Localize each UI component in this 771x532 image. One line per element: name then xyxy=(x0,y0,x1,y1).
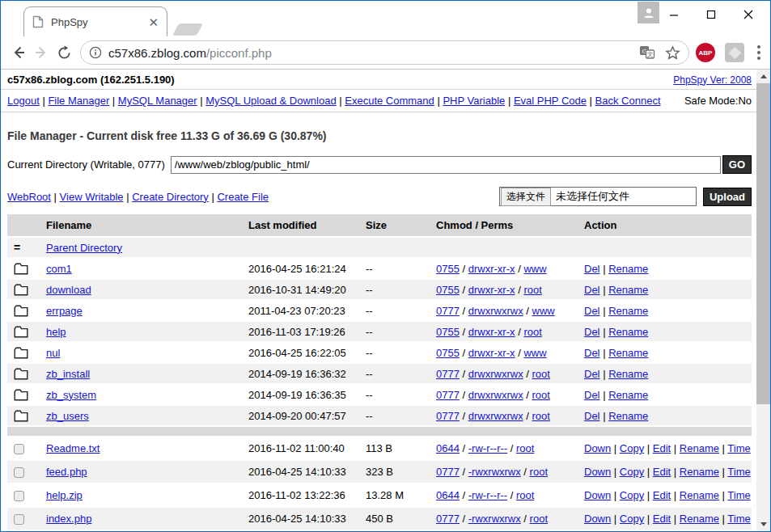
action-link-del[interactable]: Del xyxy=(584,368,600,380)
action-link-copy[interactable]: Copy xyxy=(620,466,644,478)
owner-link[interactable]: root xyxy=(516,442,534,454)
perms-link[interactable]: drwxrwxrwx xyxy=(468,368,523,380)
scroll-up-icon[interactable] xyxy=(756,70,770,83)
chmod-link[interactable]: 0777 xyxy=(436,305,460,317)
action-link-time[interactable]: Time xyxy=(727,442,750,454)
tool-link-create-directory[interactable]: Create Directory xyxy=(132,191,209,203)
perms-link[interactable]: drwxrwxrwx xyxy=(468,389,523,401)
action-link-rename[interactable]: Rename xyxy=(608,410,648,422)
adblock-plus-icon[interactable]: ABP xyxy=(696,43,715,62)
owner-link[interactable]: root xyxy=(516,489,534,501)
action-link-edit[interactable]: Edit xyxy=(653,466,671,478)
directory-link[interactable]: zb_system xyxy=(46,389,96,401)
nav-link-eval-php-code[interactable]: Eval PHP Code xyxy=(514,95,587,107)
nav-link-mysql-upload-download[interactable]: MySQL Upload & Download xyxy=(205,95,336,107)
info-icon[interactable] xyxy=(89,46,102,59)
action-link-copy[interactable]: Copy xyxy=(620,489,644,501)
action-link-rename[interactable]: Rename xyxy=(608,305,648,317)
tool-link-view-writable[interactable]: View Writable xyxy=(60,191,124,203)
owner-link[interactable]: www xyxy=(523,347,546,359)
url-text[interactable]: c57x86.zblog.com/picconf.php xyxy=(108,46,639,60)
chmod-link[interactable]: 0644 xyxy=(436,442,460,454)
maximize-button[interactable] xyxy=(693,1,730,28)
file-link[interactable]: help.zip xyxy=(46,489,83,501)
perms-link[interactable]: drwxrwxrwx xyxy=(468,410,523,422)
file-checkbox[interactable] xyxy=(14,467,24,478)
file-link[interactable]: index.php xyxy=(46,513,91,525)
chmod-link[interactable]: 0777 xyxy=(436,368,460,380)
tool-link-create-file[interactable]: Create File xyxy=(217,191,269,203)
nav-link-logout[interactable]: Logout xyxy=(7,95,40,107)
file-link[interactable]: feed.php xyxy=(46,466,87,478)
nav-link-mysql-manager[interactable]: MySQL Manager xyxy=(118,95,197,107)
translate-icon[interactable]: G 文 xyxy=(639,45,655,60)
directory-link[interactable]: nul xyxy=(46,347,60,359)
action-link-edit[interactable]: Edit xyxy=(653,489,671,501)
browser-tab[interactable]: PhpSpy ✕ xyxy=(23,6,167,36)
current-directory-input[interactable] xyxy=(171,156,721,174)
chmod-link[interactable]: 0644 xyxy=(436,489,460,501)
chmod-link[interactable]: 0755 xyxy=(436,284,460,296)
action-link-rename[interactable]: Rename xyxy=(608,284,648,296)
perms-link[interactable]: drwxr-xr-x xyxy=(468,263,515,275)
chmod-link[interactable]: 0777 xyxy=(436,513,460,525)
directory-link[interactable]: download xyxy=(46,284,91,296)
chmod-link[interactable]: 0755 xyxy=(436,347,460,359)
perms-link[interactable]: drwxrwxrwx xyxy=(468,305,523,317)
nav-link-file-manager[interactable]: File Manager xyxy=(48,95,109,107)
tab-close-icon[interactable]: ✕ xyxy=(148,16,159,28)
address-bar[interactable]: c57x86.zblog.com/picconf.php G 文 xyxy=(80,40,689,65)
action-link-del[interactable]: Del xyxy=(584,389,600,401)
action-link-del[interactable]: Del xyxy=(584,326,600,338)
go-button[interactable]: GO xyxy=(722,155,752,174)
owner-link[interactable]: root xyxy=(532,389,550,401)
action-link-del[interactable]: Del xyxy=(584,347,600,359)
action-link-del[interactable]: Del xyxy=(584,305,600,317)
directory-link[interactable]: com1 xyxy=(46,263,72,275)
action-link-del[interactable]: Del xyxy=(584,410,600,422)
action-link-rename[interactable]: Rename xyxy=(608,368,648,380)
close-button[interactable] xyxy=(730,1,767,28)
action-link-copy[interactable]: Copy xyxy=(620,513,644,525)
perms-link[interactable]: -rwxrwxrwx xyxy=(468,466,521,478)
perms-link[interactable]: drwxr-xr-x xyxy=(468,347,515,359)
action-link-down[interactable]: Down xyxy=(584,513,611,525)
chmod-link[interactable]: 0755 xyxy=(436,263,460,275)
perms-link[interactable]: -rw-r--r-- xyxy=(468,442,507,454)
nav-link-execute-command[interactable]: Execute Command xyxy=(345,95,434,107)
perms-link[interactable]: -rw-r--r-- xyxy=(468,489,507,501)
owner-link[interactable]: www xyxy=(523,263,546,275)
owner-link[interactable]: www xyxy=(532,305,555,317)
refresh-button[interactable] xyxy=(53,40,75,65)
directory-link[interactable]: help xyxy=(46,326,66,338)
chmod-link[interactable]: 0755 xyxy=(436,326,460,338)
action-link-rename[interactable]: Rename xyxy=(608,326,648,338)
directory-link[interactable]: zb_users xyxy=(46,410,89,422)
action-link-down[interactable]: Down xyxy=(584,489,611,501)
chmod-link[interactable]: 0777 xyxy=(436,466,460,478)
perms-link[interactable]: -rwxrwxrwx xyxy=(468,513,521,525)
action-link-rename[interactable]: Rename xyxy=(680,442,719,454)
tool-link-webroot[interactable]: WebRoot xyxy=(7,191,51,203)
nav-link-php-variable[interactable]: PHP Variable xyxy=(443,95,505,107)
back-button[interactable] xyxy=(7,40,30,65)
file-upload-input[interactable]: 选择文件 未选择任何文件 xyxy=(499,187,697,206)
action-link-copy[interactable]: Copy xyxy=(620,442,644,454)
choose-file-button[interactable]: 选择文件 xyxy=(501,188,551,206)
owner-link[interactable]: root xyxy=(530,466,548,478)
vertical-scrollbar[interactable] xyxy=(756,70,770,531)
phpspy-version-link[interactable]: PhpSpy Ver: 2008 xyxy=(673,74,752,86)
parent-directory-link[interactable]: Parent Directory xyxy=(46,242,122,254)
owner-link[interactable]: root xyxy=(530,513,548,525)
action-link-del[interactable]: Del xyxy=(584,263,600,275)
action-link-time[interactable]: Time xyxy=(727,489,750,501)
action-link-rename[interactable]: Rename xyxy=(680,513,719,525)
forward-button[interactable] xyxy=(30,40,53,65)
owner-link[interactable]: root xyxy=(523,326,541,338)
perms-link[interactable]: drwxr-xr-x xyxy=(468,326,515,338)
action-link-edit[interactable]: Edit xyxy=(653,442,671,454)
action-link-rename[interactable]: Rename xyxy=(608,263,648,275)
browser-menu-button[interactable] xyxy=(754,42,764,63)
owner-link[interactable]: root xyxy=(523,284,541,296)
directory-link[interactable]: zb_install xyxy=(46,368,90,380)
